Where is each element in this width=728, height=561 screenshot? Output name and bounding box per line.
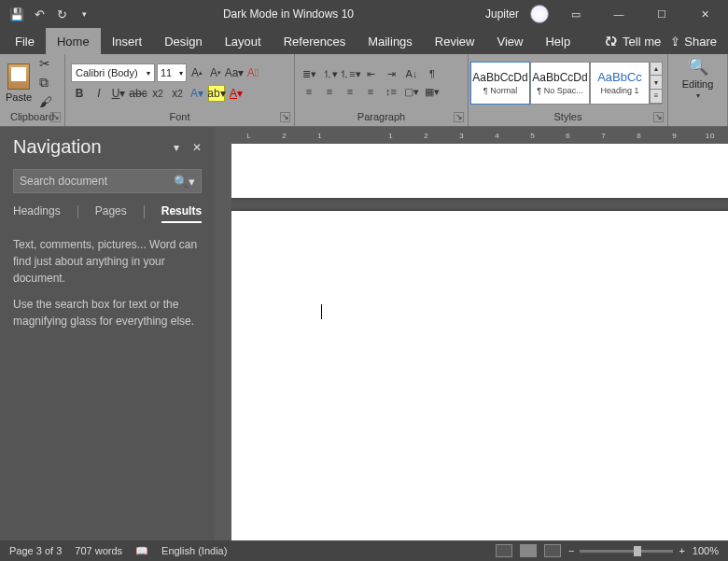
ribbon-display-icon[interactable]: ▭ (560, 0, 592, 28)
page-count[interactable]: Page 3 of 3 (9, 545, 62, 556)
nav-separator (77, 205, 78, 218)
format-painter-icon[interactable]: 🖌 (39, 94, 52, 109)
bullets-icon[interactable]: ≣▾ (301, 66, 317, 81)
tab-help[interactable]: Help (534, 28, 581, 54)
qat-customize-icon[interactable]: ▾ (77, 7, 91, 21)
align-right-icon[interactable]: ≡ (342, 84, 358, 99)
save-icon[interactable]: 💾 (9, 7, 24, 21)
font-launcher-icon[interactable]: ↘ (280, 112, 290, 122)
navigation-title: Navigation (13, 136, 102, 158)
find-icon[interactable]: 🔍 (688, 56, 708, 77)
navigation-close-icon[interactable]: ✕ (192, 141, 202, 154)
editing-dropdown-icon[interactable]: ▾ (696, 91, 700, 100)
zoom-slider[interactable] (580, 550, 673, 553)
undo-icon[interactable]: ↶ (32, 7, 47, 21)
document-area: L211234567891011 (215, 127, 728, 540)
horizontal-ruler[interactable]: L211234567891011 (215, 127, 728, 144)
grow-font-icon[interactable]: A▴ (189, 64, 205, 81)
tell-me[interactable]: 🗘 Tell me (605, 35, 661, 49)
maximize-icon[interactable]: ☐ (646, 0, 678, 28)
style-no-spacing[interactable]: AaBbCcDd ¶ No Spac... (530, 62, 590, 105)
spellcheck-icon[interactable]: 📖 (135, 545, 148, 557)
font-size-combo[interactable]: 11▾ (157, 63, 187, 82)
main-area: Navigation ▾ ✕ Search document 🔍▾ Headin… (0, 127, 728, 540)
increase-indent-icon[interactable]: ⇥ (383, 66, 399, 81)
share-button[interactable]: ⇪ Share (670, 35, 717, 49)
highlight-icon[interactable]: ab▾ (208, 85, 225, 102)
copy-icon[interactable]: ⧉ (39, 75, 52, 91)
borders-icon[interactable]: ▦▾ (424, 84, 441, 99)
tab-layout[interactable]: Layout (214, 28, 273, 54)
navigation-options-icon[interactable]: ▾ (174, 141, 179, 154)
justify-icon[interactable]: ≡ (362, 84, 379, 99)
zoom-in-icon[interactable]: + (679, 545, 684, 556)
page-canvas[interactable] (231, 144, 728, 540)
vertical-ruler[interactable] (215, 144, 231, 540)
group-editing: 🔍 Editing ▾ (668, 54, 728, 126)
font-color-icon[interactable]: A▾ (228, 85, 245, 102)
italic-button[interactable]: I (91, 85, 107, 102)
paste-icon[interactable] (7, 63, 30, 90)
line-spacing-icon[interactable]: ↕≡ (383, 84, 399, 99)
paste-button[interactable]: Paste (6, 91, 32, 103)
nav-tab-results[interactable]: Results (161, 204, 202, 223)
change-case-icon[interactable]: Aa▾ (226, 64, 243, 81)
sort-icon[interactable]: A↓ (403, 66, 420, 81)
style-normal[interactable]: AaBbCcDd ¶ Normal (470, 62, 530, 105)
nav-help-text-2: Use the search box for text or the magni… (13, 296, 202, 330)
tell-me-label: Tell me (623, 35, 661, 49)
subscript-button[interactable]: x2 (149, 85, 166, 102)
shrink-font-icon[interactable]: A▾ (207, 64, 224, 81)
multilevel-icon[interactable]: ⒈≡▾ (342, 66, 358, 81)
style-heading1[interactable]: AaBbCc Heading 1 (590, 62, 650, 105)
styles-scroll[interactable]: ▴▾≡ (650, 62, 663, 105)
web-layout-icon[interactable] (544, 544, 561, 557)
clipboard-launcher-icon[interactable]: ↘ (50, 112, 61, 122)
zoom-level[interactable]: 100% (693, 545, 719, 556)
language-status[interactable]: English (India) (161, 545, 227, 556)
paragraph-launcher-icon[interactable]: ↘ (454, 112, 464, 122)
align-left-icon[interactable]: ≡ (301, 84, 317, 99)
editing-button[interactable]: Editing (682, 78, 714, 90)
minimize-icon[interactable]: — (603, 0, 635, 28)
underline-button[interactable]: U▾ (110, 85, 127, 102)
bold-button[interactable]: B (71, 85, 88, 102)
close-icon[interactable]: ✕ (689, 0, 721, 28)
text-effects-icon[interactable]: A▾ (189, 85, 205, 102)
shading-icon[interactable]: ▢▾ (403, 84, 420, 99)
styles-launcher-icon[interactable]: ↘ (653, 112, 664, 122)
tab-file[interactable]: File (4, 28, 46, 54)
tab-design[interactable]: Design (153, 28, 213, 54)
page[interactable] (231, 144, 728, 198)
tab-references[interactable]: References (273, 28, 357, 54)
user-name[interactable]: Jupiter (485, 7, 519, 21)
tab-review[interactable]: Review (424, 28, 486, 54)
style-name: ¶ Normal (483, 86, 517, 95)
cut-icon[interactable]: ✂ (39, 56, 52, 71)
decrease-indent-icon[interactable]: ⇤ (362, 66, 379, 81)
read-mode-icon[interactable] (496, 544, 512, 557)
tab-home[interactable]: Home (46, 28, 101, 54)
superscript-button[interactable]: x2 (169, 85, 186, 102)
tab-view[interactable]: View (485, 28, 534, 54)
search-input[interactable]: Search document 🔍▾ (13, 169, 202, 193)
ribbon: Paste ✂ ⧉ 🖌 Clipboard↘ Calibri (Body)▾ 1… (0, 54, 728, 127)
word-count[interactable]: 707 words (75, 545, 122, 556)
avatar[interactable] (530, 5, 549, 23)
page[interactable] (231, 211, 728, 540)
tab-insert[interactable]: Insert (101, 28, 154, 54)
zoom-out-icon[interactable]: − (568, 545, 574, 556)
font-name-combo[interactable]: Calibri (Body)▾ (71, 63, 155, 82)
align-center-icon[interactable]: ≡ (321, 84, 338, 99)
clear-format-icon[interactable]: A⃠ (245, 64, 261, 81)
print-layout-icon[interactable] (520, 544, 537, 557)
show-marks-icon[interactable]: ¶ (424, 66, 441, 81)
redo-icon[interactable]: ↻ (54, 7, 69, 21)
tab-mailings[interactable]: Mailings (357, 28, 424, 54)
group-font: Calibri (Body)▾ 11▾ A▴ A▾ Aa▾ A⃠ B I U▾ … (65, 54, 295, 126)
search-icon[interactable]: 🔍▾ (174, 175, 195, 189)
strikethrough-button[interactable]: abc (130, 85, 147, 102)
numbering-icon[interactable]: ⒈▾ (321, 66, 338, 81)
nav-tab-headings[interactable]: Headings (13, 204, 61, 221)
nav-tab-pages[interactable]: Pages (95, 204, 127, 221)
